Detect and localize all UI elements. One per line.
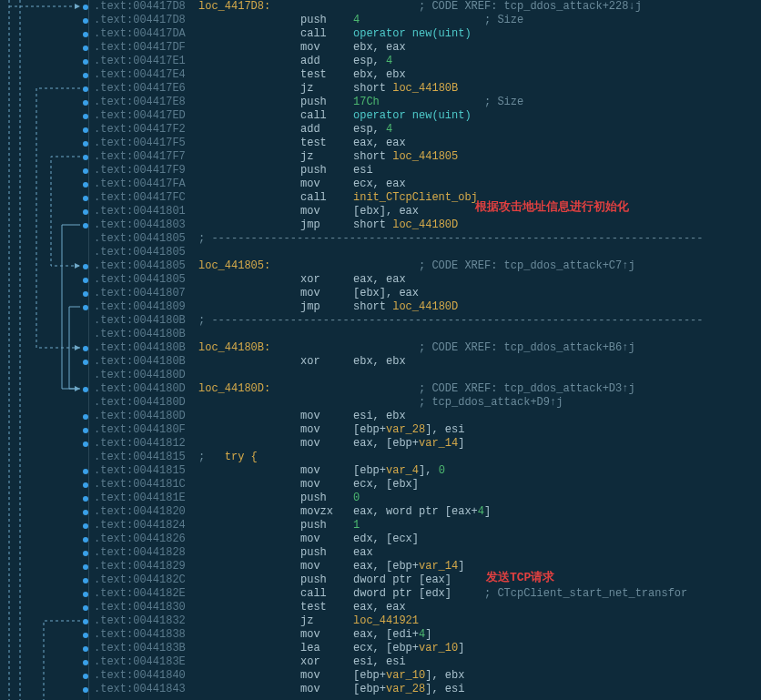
- disasm-line[interactable]: .text:0044180Bxorebx, ebx: [0, 355, 761, 369]
- breakpoint-dot[interactable]: [83, 346, 88, 351]
- disasm-line[interactable]: .text:0044183Bleaecx, [ebp+var_10]: [0, 642, 761, 655]
- breakpoint-dot[interactable]: [83, 155, 88, 160]
- disasm-line[interactable]: .text:004417E1addesp, 4: [0, 55, 761, 68]
- breakpoint-dot[interactable]: [83, 510, 88, 515]
- breakpoint-dot[interactable]: [83, 633, 88, 638]
- disasm-line[interactable]: .text:00441805loc_441805:; CODE XREF: tc…: [0, 259, 761, 273]
- disasm-line[interactable]: .text:00441820movzxeax, word ptr [eax+4]: [0, 505, 761, 519]
- disasm-line[interactable]: .text:00441828pusheax: [0, 546, 761, 560]
- breakpoint-dot[interactable]: [83, 127, 88, 133]
- xref-comment[interactable]: ; CODE XREF: tcp_ddos_attack+D3↑j: [419, 382, 635, 396]
- xref-comment[interactable]: ; CODE XREF: tcp_ddos_attack+B6↑j: [419, 341, 635, 355]
- disasm-line[interactable]: .text:00441815; try {: [0, 451, 761, 464]
- disasm-line[interactable]: .text:0044180D; tcp_ddos_attack+D9↑j: [0, 396, 761, 410]
- disasm-line[interactable]: .text:0044180Dloc_44180D:; CODE XREF: tc…: [0, 382, 761, 396]
- breakpoint-dot[interactable]: [83, 578, 88, 583]
- breakpoint-dot[interactable]: [83, 564, 88, 570]
- xref-comment[interactable]: ; tcp_ddos_attack+D9↑j: [419, 396, 563, 410]
- breakpoint-dot[interactable]: [83, 141, 88, 147]
- breakpoint-dot[interactable]: [83, 551, 88, 556]
- disasm-line[interactable]: .text:004417DAcalloperator new(uint): [0, 27, 761, 41]
- disasm-line[interactable]: .text:00441805xoreax, eax: [0, 273, 761, 287]
- disasm-line[interactable]: .text:00441805; ------------------------…: [0, 232, 761, 246]
- disasm-line[interactable]: .text:004417D8push4; Size: [0, 14, 761, 27]
- disasm-line[interactable]: .text:004417D8loc_4417D8:; CODE XREF: tc…: [0, 0, 761, 14]
- breakpoint-dot[interactable]: [83, 100, 88, 106]
- disasm-line[interactable]: .text:00441840mov[ebp+var_10], ebx: [0, 669, 761, 683]
- breakpoint-dot[interactable]: [83, 73, 88, 78]
- disasm-line[interactable]: .text:004417FAmovecx, eax: [0, 178, 761, 191]
- disasm-line[interactable]: .text:00441805: [0, 246, 761, 259]
- code-label[interactable]: loc_44180B:: [198, 341, 270, 355]
- breakpoint-dot[interactable]: [83, 605, 88, 611]
- breakpoint-dot[interactable]: [83, 18, 88, 24]
- disassembly-listing[interactable]: .text:004417D8loc_4417D8:; CODE XREF: tc…: [0, 0, 761, 696]
- disasm-line[interactable]: .text:0044180Fmov[ebp+var_28], esi: [0, 423, 761, 437]
- disasm-line[interactable]: .text:00441815mov[ebp+var_4], 0: [0, 464, 761, 478]
- breakpoint-dot[interactable]: [83, 305, 88, 310]
- breakpoint-dot[interactable]: [83, 32, 88, 37]
- disasm-line[interactable]: .text:0044180B: [0, 328, 761, 341]
- disasm-line[interactable]: .text:004417F2addesp, 4: [0, 123, 761, 137]
- disasm-line[interactable]: .text:00441832jzloc_441921: [0, 614, 761, 628]
- disasm-line[interactable]: .text:0044181Epush0: [0, 492, 761, 505]
- breakpoint-dot[interactable]: [83, 619, 88, 624]
- code-label[interactable]: loc_441805:: [198, 259, 270, 273]
- breakpoint-dot[interactable]: [83, 660, 88, 665]
- disasm-line[interactable]: .text:0044182Cpushdword ptr [eax]: [0, 573, 761, 587]
- breakpoint-dot[interactable]: [83, 182, 88, 188]
- breakpoint-dot[interactable]: [83, 428, 88, 433]
- disasm-line[interactable]: .text:004417EDcalloperator new(uint): [0, 109, 761, 123]
- disasm-line[interactable]: .text:004417FCcallinit_CTcpClient_obj: [0, 191, 761, 205]
- disasm-line[interactable]: .text:004417F7jzshort loc_441805: [0, 150, 761, 164]
- disasm-line[interactable]: .text:0044182Ecalldword ptr [edx] ; CTcp…: [0, 587, 761, 601]
- disasm-line[interactable]: .text:0044181Cmovecx, [ebx]: [0, 478, 761, 492]
- disasm-line[interactable]: .text:00441803jmpshort loc_44180D: [0, 218, 761, 232]
- breakpoint-dot[interactable]: [83, 264, 88, 269]
- disasm-line[interactable]: .text:0044180Dmovesi, ebx: [0, 410, 761, 423]
- disasm-line[interactable]: .text:004417F5testeax, eax: [0, 137, 761, 150]
- breakpoint-dot[interactable]: [83, 387, 88, 392]
- code-label[interactable]: loc_44180D:: [198, 382, 270, 396]
- disasm-line[interactable]: .text:00441843mov[ebp+var_28], esi: [0, 683, 761, 696]
- code-label[interactable]: loc_4417D8:: [198, 0, 270, 14]
- breakpoint-dot[interactable]: [83, 441, 88, 447]
- breakpoint-dot[interactable]: [83, 86, 88, 92]
- breakpoint-dot[interactable]: [83, 687, 88, 693]
- xref-comment[interactable]: ; CODE XREF: tcp_ddos_attack+C7↑j: [419, 259, 635, 273]
- disasm-line[interactable]: .text:00441801mov[ebx], eax: [0, 205, 761, 218]
- breakpoint-dot[interactable]: [83, 196, 88, 201]
- disasm-line[interactable]: .text:00441809jmpshort loc_44180D: [0, 300, 761, 314]
- disasm-line[interactable]: .text:0044180B; ------------------------…: [0, 314, 761, 328]
- breakpoint-dot[interactable]: [83, 414, 88, 420]
- breakpoint-dot[interactable]: [83, 469, 88, 474]
- disasm-line[interactable]: .text:00441829moveax, [ebp+var_14]: [0, 560, 761, 573]
- breakpoint-dot[interactable]: [83, 674, 88, 679]
- disasm-line[interactable]: .text:0044180D: [0, 369, 761, 382]
- disasm-line[interactable]: .text:004417E4testebx, ebx: [0, 68, 761, 82]
- disasm-line[interactable]: .text:004417E6jzshort loc_44180B: [0, 82, 761, 96]
- breakpoint-dot[interactable]: [83, 646, 88, 652]
- breakpoint-dot[interactable]: [83, 223, 88, 228]
- breakpoint-dot[interactable]: [83, 46, 88, 51]
- disasm-line[interactable]: .text:00441824push1: [0, 519, 761, 533]
- disasm-line[interactable]: .text:004417E8push17Ch; Size: [0, 96, 761, 109]
- disasm-line[interactable]: .text:004417F9pushesi: [0, 164, 761, 178]
- disasm-line[interactable]: .text:004417DFmovebx, eax: [0, 41, 761, 55]
- disasm-line[interactable]: .text:00441838moveax, [edi+4]: [0, 628, 761, 642]
- breakpoint-dot[interactable]: [83, 114, 88, 119]
- breakpoint-dot[interactable]: [83, 5, 88, 10]
- disasm-line[interactable]: .text:00441830testeax, eax: [0, 601, 761, 614]
- disasm-line[interactable]: .text:00441826movedx, [ecx]: [0, 533, 761, 546]
- breakpoint-dot[interactable]: [83, 209, 88, 215]
- breakpoint-dot[interactable]: [83, 360, 88, 365]
- breakpoint-dot[interactable]: [83, 523, 88, 529]
- breakpoint-dot[interactable]: [83, 592, 88, 597]
- breakpoint-dot[interactable]: [83, 168, 88, 174]
- disasm-line[interactable]: .text:0044180Bloc_44180B:; CODE XREF: tc…: [0, 341, 761, 355]
- breakpoint-dot[interactable]: [83, 496, 88, 502]
- breakpoint-dot[interactable]: [83, 537, 88, 543]
- breakpoint-dot[interactable]: [83, 291, 88, 297]
- disasm-line[interactable]: .text:0044183Exoresi, esi: [0, 655, 761, 669]
- disasm-line[interactable]: .text:00441807mov[ebx], eax: [0, 287, 761, 300]
